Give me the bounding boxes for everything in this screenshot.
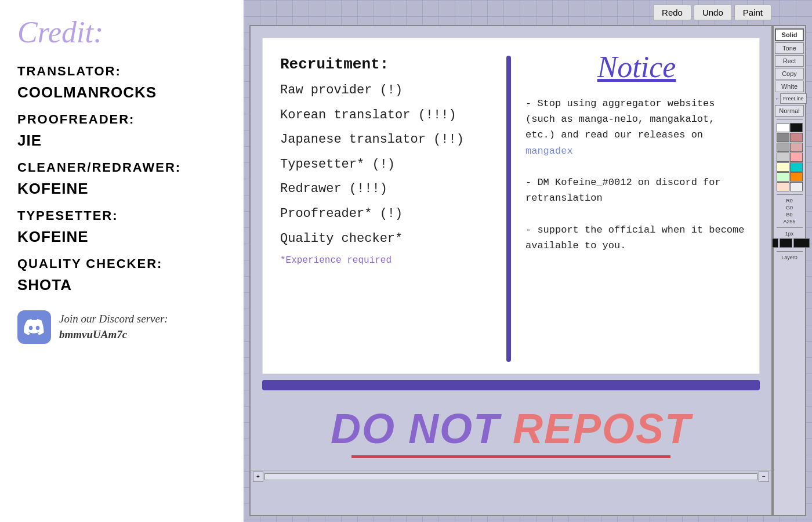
notice-text: - Stop using aggregator websites (such a… [525, 96, 748, 253]
sidebar-divider-4 [777, 251, 803, 252]
discord-text: Join our Discord server: bmmvuUAm7c [59, 311, 168, 342]
content-box: Recruitment: Raw provider (!) Korean tra… [262, 38, 760, 374]
role-label-translator: TRANSLATOR: [17, 64, 226, 79]
tool-white[interactable]: White [775, 81, 804, 92]
color-swatch-silver[interactable] [777, 153, 789, 162]
purple-bar [262, 380, 760, 390]
do-not-text: DO NOT [331, 405, 500, 452]
role-label-quality-checker: QUALITY CHECKER: [17, 256, 226, 271]
color-swatch-peach[interactable] [777, 182, 789, 191]
do-not-repost-text: DO NOT REPOST [251, 405, 771, 452]
color-swatch-cyan[interactable] [790, 162, 803, 172]
color-swatch-white[interactable] [777, 123, 789, 132]
color-swatch-black[interactable] [790, 123, 803, 132]
role-label-typesetter: TYPESETTER: [17, 208, 226, 223]
toolbar: Redo Undo Paint [244, 0, 812, 25]
pen-size-medium[interactable] [780, 238, 792, 248]
cleaner-name: KOFEINE [17, 180, 226, 198]
recruitment-title: Recruitment: [280, 56, 495, 73]
recruitment-item-0: Raw provider (!) [280, 82, 495, 99]
proofreader-name: JIE [17, 132, 226, 150]
color-swatch-pink[interactable] [790, 133, 803, 142]
notice-col: Notice - Stop using aggregator websites … [511, 38, 759, 374]
color-swatch-lightpink[interactable] [790, 143, 803, 152]
recruitment-item-4: Redrawer (!!!) [280, 181, 495, 198]
tool-copy[interactable]: Copy [775, 68, 804, 79]
tool-tone[interactable]: Tone [775, 42, 804, 54]
tool-rect[interactable]: Rect [775, 55, 804, 67]
discord-block: Join our Discord server: bmmvuUAm7c [17, 310, 226, 344]
color-swatch-salmon[interactable] [790, 153, 803, 162]
scroll-left-button[interactable]: + [253, 472, 263, 482]
dnr-underline [351, 455, 670, 458]
experience-note: *Experience required [280, 255, 495, 266]
mangadex-link[interactable]: mangadex [525, 146, 573, 157]
tool-normal[interactable]: Normal [775, 105, 804, 117]
scrollbar-track[interactable] [264, 473, 757, 480]
tool-solid[interactable]: Solid [775, 28, 804, 41]
pen-size-large[interactable] [793, 238, 810, 248]
sidebar-divider-2 [777, 194, 803, 195]
translator-name: COOLMANROCKS [17, 84, 226, 102]
a-label: A255 [783, 219, 795, 224]
typesetter-name: KOFEINE [17, 228, 226, 246]
px-label: 1px [785, 231, 794, 237]
tool-freeline[interactable]: FreeLine [780, 93, 807, 104]
color-swatch-offwhite[interactable] [790, 182, 803, 191]
color-swatches [777, 123, 803, 191]
canvas-content: Recruitment: Raw provider (!) Korean tra… [249, 25, 773, 516]
canvas-wrapper: Recruitment: Raw provider (!) Korean tra… [249, 25, 806, 516]
role-label-cleaner: CLEANER/REDRAWER: [17, 160, 226, 175]
recruitment-item-1: Korean translator (!!!) [280, 107, 495, 124]
do-not-repost: DO NOT REPOST [251, 396, 771, 470]
b-label: B0 [786, 212, 792, 217]
scroll-right-button[interactable]: − [759, 472, 769, 482]
main-area: Redo Undo Paint Recruitment: Raw provide… [244, 0, 812, 522]
color-swatch-lightgray[interactable] [777, 143, 789, 152]
color-swatch-lightgreen[interactable] [777, 172, 789, 182]
left-panel: Credit: TRANSLATOR: COOLMANROCKS PROOFRE… [0, 0, 244, 522]
discord-logo[interactable] [17, 310, 51, 344]
sidebar-divider-1 [777, 119, 803, 120]
sidebar-divider-3 [777, 227, 803, 228]
right-sidebar: Solid Tone Rect Copy White ← FreeLine No… [773, 25, 806, 516]
role-label-proofreader: PROOFREADER: [17, 112, 226, 127]
notice-title: Notice [525, 50, 748, 84]
color-swatch-yellow[interactable] [777, 162, 789, 172]
g-label: G0 [786, 205, 793, 211]
redo-button[interactable]: Redo [653, 5, 691, 20]
color-swatch-orange[interactable] [790, 172, 803, 182]
color-swatch-gray[interactable] [777, 133, 789, 142]
vertical-divider [506, 56, 511, 362]
recruitment-item-3: Typesetter* (!) [280, 157, 495, 173]
recruitment-item-6: Quality checker* [280, 231, 495, 248]
recruitment-item-5: Proofreader* (!) [280, 206, 495, 223]
recruitment-col: Recruitment: Raw provider (!) Korean tra… [263, 38, 506, 374]
pen-size-row [769, 238, 810, 248]
paint-button[interactable]: Paint [734, 5, 771, 20]
quality-checker-name: SHOTA [17, 276, 226, 294]
repost-text: REPOST [513, 405, 691, 452]
canvas-scrollbar: + − [251, 470, 771, 483]
layer-label: Layer0 [781, 255, 798, 260]
r-label: R0 [786, 198, 793, 204]
credit-title: Credit: [17, 17, 226, 48]
recruitment-item-2: Japanese translator (!!) [280, 132, 495, 148]
undo-button[interactable]: Undo [694, 5, 732, 20]
